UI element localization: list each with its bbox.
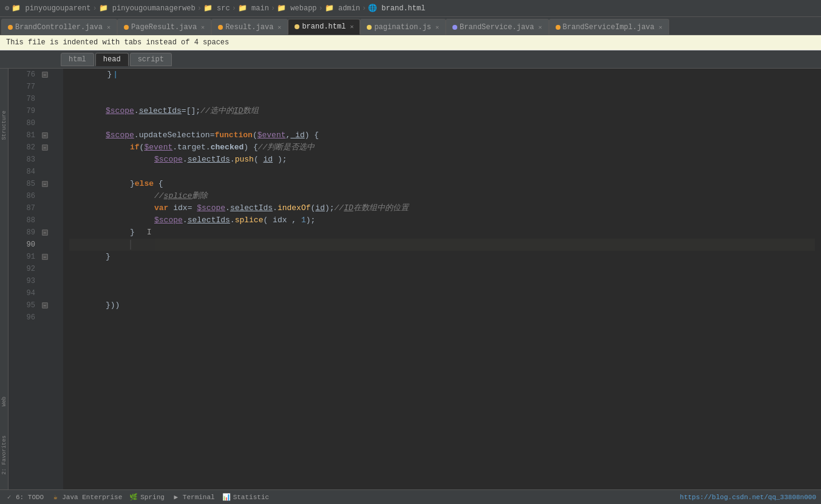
- spring-label: Spring: [140, 494, 165, 501]
- terminal-icon: ▶: [172, 493, 180, 502]
- gutter-line-85: 85 −: [9, 178, 63, 190]
- code-line-77: [69, 81, 815, 93]
- gutter-line-90: 90: [9, 239, 63, 251]
- tab-close-icon[interactable]: ✕: [107, 24, 111, 31]
- web-label: Web: [0, 394, 9, 409]
- gutter-line-87: 87: [9, 202, 63, 214]
- fold-btn-76[interactable]: −: [42, 72, 48, 78]
- code-line-92: [69, 263, 815, 275]
- fold-btn-81[interactable]: −: [42, 132, 48, 138]
- status-item-statistic[interactable]: 📊 Statistic: [222, 493, 269, 502]
- todo-label: 6: TODO: [16, 494, 44, 501]
- tab-close-icon[interactable]: ✕: [278, 24, 281, 31]
- breadcrumb-folder-6: 📁 admin: [325, 4, 360, 13]
- code-line-80: [69, 117, 815, 129]
- fold-btn-82[interactable]: −: [42, 145, 48, 151]
- editor-area: Structure Web 2: Favorites 76 − 77 78: [0, 69, 821, 489]
- gutter-line-77: 77: [9, 81, 63, 93]
- tab-color-dot: [556, 25, 560, 30]
- status-item-todo[interactable]: ✓ 6: TODO: [5, 493, 44, 502]
- url-text: https://blog.csdn.net/qq_33808n000: [680, 494, 816, 501]
- spring-icon: 🌿: [129, 493, 138, 502]
- tab-color-dot: [218, 25, 223, 30]
- gutter-line-81: 81 −: [9, 129, 63, 141]
- tab-color-dot: [124, 25, 129, 30]
- gutter-line-86: 86: [9, 190, 63, 202]
- tab-close-icon[interactable]: ✕: [539, 24, 542, 31]
- notification-bar: This file is indented with tabs instead …: [0, 35, 821, 50]
- gutter-line-78: 78: [9, 93, 63, 105]
- breadcrumb-folder-1: 📁 pinyougouparent: [12, 4, 90, 13]
- code-line-86: //splice删除: [69, 190, 815, 202]
- code-line-78: [69, 93, 815, 105]
- fold-btn-91[interactable]: −: [42, 254, 48, 260]
- tab-label: brand.html: [302, 22, 346, 31]
- status-item-spring[interactable]: 🌿 Spring: [129, 493, 165, 502]
- code-line-87: var idx= $scope.selectIds.indexOf(id);//…: [69, 202, 815, 214]
- tab-label: BrandService.java: [460, 23, 534, 32]
- java-enterprise-icon: ☕: [51, 493, 60, 502]
- terminal-label: Terminal: [183, 494, 215, 501]
- statistic-label: Statistic: [233, 494, 269, 501]
- structure-label: Structure: [0, 108, 9, 143]
- gutter-line-94: 94: [9, 287, 63, 299]
- code-tab-html[interactable]: html: [61, 53, 94, 66]
- gutter-line-96: 96: [9, 312, 63, 324]
- tab-close-icon[interactable]: ✕: [435, 24, 439, 31]
- app-icon: ⚙: [5, 4, 9, 13]
- code-line-83: $scope.selectIds.push( id );: [69, 154, 815, 166]
- code-line-91: }: [69, 251, 815, 263]
- fold-btn-85[interactable]: −: [42, 181, 48, 187]
- tab-close-icon[interactable]: ✕: [659, 24, 663, 31]
- gutter-line-82: 82 −: [9, 141, 63, 154]
- tab-close-icon[interactable]: ✕: [201, 24, 205, 31]
- breadcrumb-folder-3: 📁 src: [203, 4, 230, 13]
- fold-btn-95[interactable]: −: [42, 302, 48, 308]
- breadcrumb: 📁 pinyougouparent › 📁 pinyougoumanagerwe…: [12, 4, 425, 13]
- code-line-76: }|: [69, 69, 815, 81]
- breadcrumb-folder-4: 📁 main: [238, 4, 269, 13]
- fold-btn-89[interactable]: −: [42, 230, 48, 236]
- tab-brand-html[interactable]: brand.html ✕: [288, 19, 360, 35]
- tab-color-dot: [367, 25, 372, 30]
- tab-label: pagination.js: [374, 23, 431, 32]
- gutter-line-93: 93: [9, 275, 63, 287]
- tab-brand-service-impl[interactable]: BrandServiceImpl.java ✕: [549, 19, 669, 35]
- code-line-82: if($event.target.checked) {//判断是否选中: [69, 141, 815, 154]
- gutter-line-91: 91 −: [9, 251, 63, 263]
- tab-brand-service[interactable]: BrandService.java ✕: [446, 19, 548, 35]
- code-line-94: [69, 287, 815, 299]
- tab-page-result[interactable]: PageResult.java ✕: [117, 19, 211, 35]
- gutter-line-84: 84: [9, 166, 63, 178]
- tab-brand-controller[interactable]: BrandController.java ✕: [1, 19, 117, 35]
- gutter: 76 − 77 78 79 80: [9, 69, 63, 489]
- code-tab-head[interactable]: head: [95, 53, 129, 66]
- status-item-terminal[interactable]: ▶ Terminal: [172, 493, 215, 502]
- tab-pagination[interactable]: pagination.js ✕: [360, 19, 446, 35]
- todo-icon: ✓: [5, 493, 13, 502]
- code-tab-script[interactable]: script: [130, 53, 172, 66]
- tab-label: BrandController.java: [15, 23, 103, 32]
- tab-color-dot: [295, 24, 299, 29]
- code-content[interactable]: }| $scope.selectIds=[];//选中的ID数组 $scope.…: [63, 69, 821, 489]
- gutter-line-76: 76 −: [9, 69, 63, 81]
- tab-close-icon[interactable]: ✕: [350, 23, 353, 30]
- gutter-line-89: 89 −: [9, 226, 63, 239]
- code-line-81: $scope.updateSelection=function($event, …: [69, 129, 815, 141]
- status-left: ✓ 6: TODO ☕ Java Enterprise 🌿 Spring ▶ T…: [0, 493, 274, 502]
- gutter-line-95: 95 −: [9, 299, 63, 312]
- gutter-line-79: 79: [9, 105, 63, 117]
- tab-result[interactable]: Result.java ✕: [211, 19, 288, 35]
- java-enterprise-label: Java Enterprise: [62, 494, 122, 501]
- side-panel: Structure Web 2: Favorites: [0, 69, 9, 489]
- breadcrumb-file: 🌐 brand.html: [368, 4, 425, 13]
- gutter-line-80: 80: [9, 117, 63, 129]
- code-line-95: })): [69, 299, 815, 312]
- status-item-java[interactable]: ☕ Java Enterprise: [51, 493, 122, 502]
- favorites-label: 2: Favorites: [0, 433, 9, 477]
- code-editor: 76 − 77 78 79 80: [9, 69, 821, 489]
- code-line-89: } I: [69, 226, 815, 239]
- tab-bar: BrandController.java ✕ PageResult.java ✕…: [0, 17, 821, 35]
- gutter-line-83: 83: [9, 154, 63, 166]
- code-tabs-bar: html head script: [0, 50, 821, 69]
